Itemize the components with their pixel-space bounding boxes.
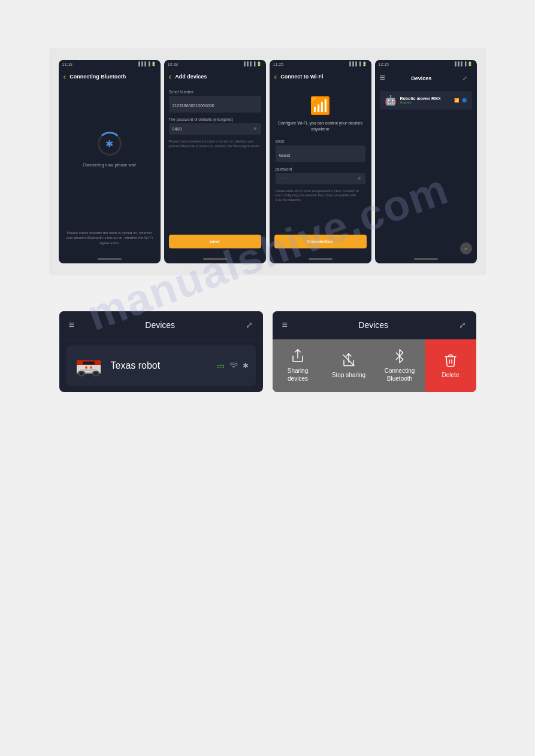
signal-icons-1: ▐▐▐ ▐ 🔋	[137, 62, 157, 66]
right-panel-menu-icon[interactable]: ≡	[282, 320, 288, 330]
phone4-title: Devices	[406, 72, 436, 84]
bottom-section: ≡ Devices ⤢	[49, 311, 486, 392]
right-panel-expand-icon[interactable]: ⤢	[459, 320, 466, 330]
stop-sharing-label: Stop sharing	[332, 371, 365, 379]
time-4: 12:25	[379, 62, 389, 66]
svg-rect-9	[83, 362, 95, 365]
time-1: 11:18	[62, 62, 73, 66]
device-list-item[interactable]: Texas robot ▭ ✱	[67, 345, 256, 386]
form-note-2: Please check whether the robot is turned…	[169, 139, 261, 148]
battery-status-icon: ▭	[217, 361, 225, 371]
robot-image	[74, 354, 104, 378]
wifi-icon-svg	[229, 362, 238, 369]
password-label-3: password	[276, 167, 365, 171]
phone4-header: ≡ Devices ⤢	[375, 68, 477, 86]
home-indicator-3	[309, 258, 333, 260]
left-panel-header: ≡ Devices ⤢	[59, 311, 263, 339]
delete-label: Delete	[442, 371, 460, 379]
bluetooth-status-icon: ✱	[243, 362, 249, 370]
ssid-label: SSID	[276, 139, 365, 144]
eye-icon-2[interactable]: 👁	[253, 126, 258, 132]
bluetooth-icon-1: ✱	[105, 138, 113, 150]
bluetooth-spinner: ✱	[98, 132, 122, 156]
connect-button[interactable]: Connection	[274, 235, 367, 248]
device-status-4: Activity	[400, 101, 451, 104]
device-icon-4: 🤖	[385, 95, 397, 106]
phone-screen-1: 11:18 ▐▐▐ ▐ 🔋 ‹ Connecting Bluetooth ✱ C…	[59, 60, 161, 263]
right-panel: ≡ Devices ⤢ Sharing devices	[273, 311, 476, 392]
phone3-header: ‹ Connect to Wi-Fi	[270, 68, 371, 84]
phone2-body: Serial Number 210318600010000000 The pas…	[164, 84, 266, 160]
phone1-header: ‹ Connecting Bluetooth	[59, 68, 161, 84]
home-indicator-2	[203, 258, 227, 260]
back-arrow-2[interactable]: ‹	[169, 72, 172, 81]
status-bar-4: 12:25 ▐▐▐ ▐ 🔋	[375, 60, 477, 68]
connecting-bluetooth-button[interactable]: Connecting Bluetooth	[374, 339, 425, 392]
stop-share-icon	[341, 353, 356, 368]
phone-screen-4: 12:25 ▐▐▐ ▐ 🔋 ≡ Devices ⤢ 🤖 Robotic mowe…	[375, 60, 477, 263]
connecting-text: Connecting now, please wait	[83, 163, 136, 167]
menu-icon-4[interactable]: ≡	[380, 72, 385, 83]
time-2: 10:38	[168, 62, 179, 66]
wifi-form: SSID Guest password ·········· 👁 Please …	[274, 139, 367, 209]
signal-icons-4: ▐▐▐ ▐ 🔋	[454, 62, 473, 66]
right-panel-header: ≡ Devices ⤢	[273, 311, 476, 339]
device-card-4[interactable]: 🤖 Robotic mower RMX Activity 📶 🔵	[380, 91, 472, 110]
device-icons-row-4: 📶 🔵	[454, 98, 467, 103]
phone1-footer: Please check whether the robot is turned…	[64, 230, 156, 245]
serial-label: Serial Number	[169, 90, 261, 94]
screenshots-section: 11:18 ▐▐▐ ▐ 🔋 ‹ Connecting Bluetooth ✱ C…	[49, 48, 486, 275]
home-indicator-1	[98, 258, 122, 260]
phone3-body: 📶 Configure Wi-Fi, you can control your …	[270, 84, 371, 215]
eye-icon-3[interactable]: 👁	[357, 176, 362, 181]
left-panel-title: Devices	[145, 320, 175, 330]
sharing-devices-button[interactable]: Sharing devices	[273, 339, 324, 392]
wifi-icon-large: 📶	[310, 96, 331, 116]
status-bar-1: 11:18 ▐▐▐ ▐ 🔋	[59, 60, 161, 68]
svg-point-13	[233, 367, 234, 368]
svg-point-11	[90, 366, 92, 369]
svg-point-10	[85, 366, 87, 369]
wifi-status-icon	[229, 362, 238, 371]
phone3-title: Connect to Wi-Fi	[280, 74, 323, 80]
left-panel-expand-icon[interactable]: ⤢	[246, 320, 253, 330]
ssid-input[interactable]: Guest	[276, 145, 365, 162]
serial-input[interactable]: 210318600010000000	[169, 96, 261, 113]
stop-sharing-button[interactable]: Stop sharing	[324, 339, 374, 392]
phone2-header: ‹ Add devices	[164, 68, 266, 84]
svg-point-8	[94, 372, 98, 375]
robot-svg-icon	[74, 354, 103, 377]
bluetooth-status-icon-4: 🔵	[462, 98, 467, 103]
back-arrow-3[interactable]: ‹	[274, 72, 277, 81]
svg-rect-12	[80, 369, 97, 371]
signal-icons-3: ▐▐▐ ▐ 🔋	[348, 62, 368, 66]
delete-button[interactable]: Delete	[425, 339, 476, 392]
svg-point-7	[80, 372, 83, 375]
next-button[interactable]: next	[169, 235, 261, 248]
form-note-3: Please enter Wi-Fi SSID and password, cl…	[276, 189, 365, 203]
password-input-2[interactable]: 0400 👁	[169, 123, 261, 135]
bluetooth-icon	[392, 349, 407, 363]
home-indicator-4	[414, 258, 438, 260]
status-bar-3: 11:25 ▐▐▐ ▐ 🔋	[270, 60, 371, 68]
back-arrow-1[interactable]: ‹	[64, 72, 67, 81]
left-panel-menu-icon[interactable]: ≡	[69, 320, 74, 330]
right-panel-title: Devices	[358, 320, 388, 330]
password-input-3[interactable]: ·········· 👁	[276, 173, 365, 184]
share-icon	[291, 349, 305, 363]
device-info-4: Robotic mower RMX Activity	[400, 96, 451, 104]
phone-screen-3: 11:25 ▐▐▐ ▐ 🔋 ‹ Connect to Wi-Fi 📶 Confi…	[270, 60, 371, 263]
next-btn-4[interactable]: ›	[460, 242, 472, 254]
device-status-row: ▭ ✱	[217, 361, 249, 371]
wifi-status-icon-4: 📶	[454, 98, 460, 103]
device-name-4: Robotic mower RMX	[400, 96, 451, 101]
trash-icon	[443, 353, 458, 368]
device-name-large: Texas robot	[111, 360, 210, 371]
expand-icon-4[interactable]: ⤢	[458, 72, 472, 84]
action-buttons-row: Sharing devices Stop sharing Connecting …	[273, 339, 476, 392]
phone2-title: Add devices	[175, 74, 207, 80]
phone-screen-2: 10:38 ▐▐▐ ▐ 🔋 ‹ Add devices Serial Numbe…	[164, 60, 266, 263]
signal-icons-2: ▐▐▐ ▐ 🔋	[243, 62, 262, 66]
password-label-2: The password of defaults (encrypted)	[169, 117, 261, 122]
sharing-devices-label: Sharing devices	[277, 367, 319, 382]
